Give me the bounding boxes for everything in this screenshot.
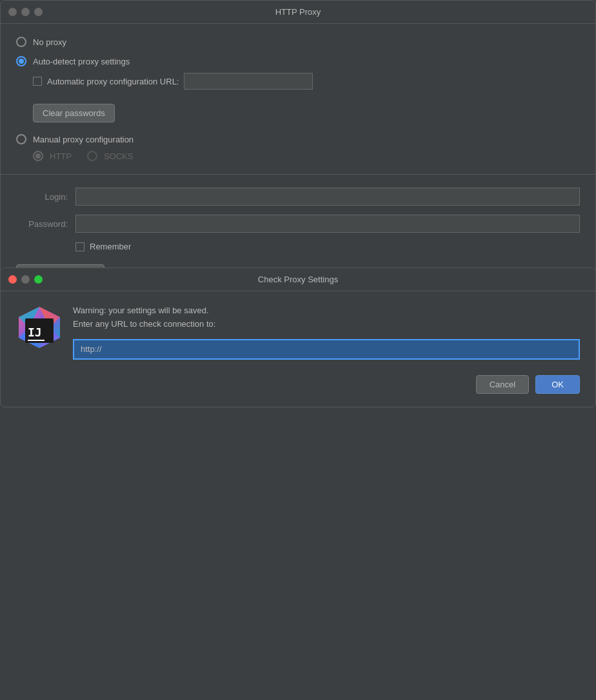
login-row: Login: [16,188,580,206]
socks-type-option[interactable]: SOCKS [87,151,134,161]
no-proxy-radio[interactable] [16,37,26,47]
auto-detect-option[interactable]: Auto-detect proxy settings [16,56,580,66]
traffic-lights-dialog [8,275,43,284]
dialog-buttons: Cancel OK [1,375,595,407]
remember-row: Remember [75,242,580,251]
auto-detect-sub-options: Automatic proxy configuration URL: Clear… [33,73,580,122]
maximize-button-http-proxy[interactable] [34,8,43,16]
manual-proxy-section: Manual proxy configuration HTTP SOCKS [16,134,580,161]
auto-config-url-checkbox[interactable] [33,77,42,86]
svg-text:IJ: IJ [28,326,42,339]
cancel-button-dialog[interactable]: Cancel [476,375,529,394]
http-type-label: HTTP [50,151,72,161]
close-button-http-proxy[interactable] [8,8,17,16]
url-check-input[interactable] [73,339,580,360]
password-label: Password: [16,219,68,229]
remember-label: Remember [90,242,131,251]
login-input[interactable] [75,188,580,206]
auto-config-url-row: Automatic proxy configuration URL: [33,73,580,90]
auto-config-url-label: Automatic proxy configuration URL: [47,77,179,86]
maximize-button-dialog[interactable] [34,275,43,284]
check-proxy-dialog: Check Proxy Settings [0,267,596,407]
check-proxy-title: Check Proxy Settings [258,275,338,284]
intellij-logo: IJ [16,304,63,351]
proxy-options-group: No proxy Auto-detect proxy settings Auto… [16,37,580,161]
clear-passwords-button[interactable]: Clear passwords [33,104,115,122]
close-button-dialog[interactable] [8,275,17,284]
http-proxy-titlebar: HTTP Proxy [1,1,595,24]
manual-proxy-label: Manual proxy configuration [33,135,134,144]
socks-type-radio[interactable] [87,151,97,161]
manual-proxy-radio[interactable] [16,134,26,144]
ok-button-dialog[interactable]: OK [535,375,580,394]
no-proxy-option[interactable]: No proxy [16,37,580,47]
traffic-lights-http-proxy [8,8,43,16]
http-socks-row: HTTP SOCKS [33,151,580,161]
http-type-option[interactable]: HTTP [33,151,72,161]
check-proxy-content: IJ Warning: your settings will be saved.… [1,291,595,375]
http-proxy-title: HTTP Proxy [275,7,321,17]
minimize-button-dialog[interactable] [21,275,30,284]
http-type-radio[interactable] [33,151,43,161]
clear-passwords-row: Clear passwords [33,101,580,122]
login-label: Login: [16,192,68,202]
auto-detect-radio[interactable] [16,56,26,66]
manual-proxy-option[interactable]: Manual proxy configuration [16,134,580,144]
minimize-button-http-proxy[interactable] [21,8,30,16]
no-proxy-label: No proxy [33,37,66,47]
socks-type-label: SOCKS [104,151,134,161]
warning-text: Warning: your settings will be saved. En… [73,304,580,331]
dialog-text-section: Warning: your settings will be saved. En… [73,304,580,360]
http-proxy-content: No proxy Auto-detect proxy settings Auto… [1,24,595,174]
svg-rect-7 [28,340,45,341]
auto-detect-label: Auto-detect proxy settings [33,57,130,66]
password-row: Password: [16,215,580,233]
auto-config-url-input[interactable] [184,73,313,90]
check-proxy-titlebar: Check Proxy Settings [1,268,595,291]
password-input[interactable] [75,215,580,233]
auto-detect-section: Auto-detect proxy settings Automatic pro… [16,56,580,122]
remember-checkbox[interactable] [75,242,84,251]
